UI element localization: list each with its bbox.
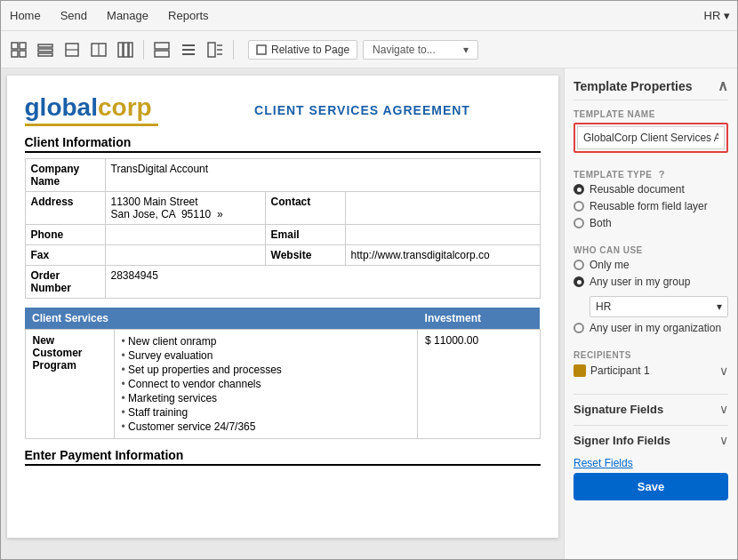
value-email bbox=[345, 225, 540, 245]
label-fax: Fax bbox=[25, 245, 105, 266]
label-website: Website bbox=[265, 245, 345, 266]
svg-rect-14 bbox=[155, 43, 169, 49]
menu-reports[interactable]: Reports bbox=[166, 5, 211, 26]
radio-both[interactable]: Both bbox=[574, 217, 728, 229]
table-row: Company Name TransDigital Account bbox=[25, 159, 540, 192]
label-email: Email bbox=[265, 225, 345, 245]
toolbar-icon-2[interactable] bbox=[35, 39, 56, 60]
who-can-use-section: WHO CAN USE Only me Any user in my group… bbox=[574, 245, 728, 334]
logo-area: globalcorp bbox=[25, 93, 185, 126]
template-type-info-icon[interactable]: ? bbox=[659, 169, 665, 180]
radio-only-me[interactable]: Only me bbox=[574, 259, 728, 271]
doc-header: globalcorp CLIENT SERVICES AGREEMENT bbox=[25, 93, 541, 126]
svg-rect-0 bbox=[12, 43, 18, 49]
client-info-heading: Client Information bbox=[25, 135, 541, 153]
service-row-label: New CustomerProgram bbox=[25, 330, 114, 439]
radio-my-group-dot bbox=[574, 276, 584, 287]
list-item: Survey evaluation bbox=[122, 348, 411, 363]
info-table: Company Name TransDigital Account Addres… bbox=[25, 158, 541, 299]
navigate-dropdown[interactable]: Navigate to... ▾ bbox=[363, 40, 478, 60]
user-menu[interactable]: HR ▾ bbox=[704, 9, 730, 22]
participant-name: Participant 1 bbox=[590, 364, 650, 377]
services-header: Client Services Investment bbox=[25, 308, 540, 330]
toolbar-icon-1[interactable] bbox=[8, 39, 29, 60]
signature-fields-section: Signature Fields ∨ bbox=[574, 394, 728, 416]
toolbar-icon-6[interactable] bbox=[151, 39, 172, 60]
value-phone bbox=[105, 225, 265, 245]
reset-save-section: Reset Fields Save bbox=[574, 456, 728, 500]
relative-page-button[interactable]: Relative to Page bbox=[248, 40, 357, 60]
menu-manage[interactable]: Manage bbox=[105, 5, 150, 26]
service-list: New client onramp Survey evaluation Set … bbox=[114, 330, 418, 439]
label-company: Company Name bbox=[25, 159, 105, 192]
toolbar-icon-4[interactable] bbox=[88, 39, 109, 60]
toolbar-icon-7[interactable] bbox=[178, 39, 199, 60]
participant-color-badge bbox=[574, 364, 586, 377]
logo-underline bbox=[25, 124, 158, 126]
template-type-radio-group: Reusable document Reusable form field la… bbox=[574, 183, 728, 229]
panel-collapse-icon[interactable]: ∧ bbox=[718, 77, 728, 94]
toolbar-sep-2 bbox=[233, 40, 234, 60]
label-contact: Contact bbox=[265, 192, 345, 225]
menu-send[interactable]: Send bbox=[59, 5, 89, 26]
svg-rect-23 bbox=[257, 45, 266, 54]
document: globalcorp CLIENT SERVICES AGREEMENT Cli… bbox=[7, 76, 558, 538]
table-row: Order Number 28384945 bbox=[25, 266, 540, 299]
dropdown-chevron-icon: ▾ bbox=[717, 300, 722, 313]
list-item: Connect to vendor channels bbox=[122, 377, 411, 391]
svg-rect-19 bbox=[208, 43, 215, 57]
toolbar-icon-8[interactable] bbox=[205, 39, 226, 60]
table-row: Address 11300 Main StreetSan Jose, CA 95… bbox=[25, 192, 540, 225]
list-item: Marketing services bbox=[122, 391, 411, 405]
group-dropdown[interactable]: HR ▾ bbox=[590, 296, 728, 317]
logo-corp: corp bbox=[98, 93, 152, 121]
value-company: TransDigital Account bbox=[105, 159, 540, 192]
template-type-section: TEMPLATE TYPE ? Reusable document Reusab… bbox=[574, 169, 728, 229]
radio-dot-filled bbox=[574, 184, 584, 195]
toolbar-icon-3[interactable] bbox=[61, 39, 83, 60]
radio-dot-empty-2 bbox=[574, 218, 584, 228]
services-col2: Investment bbox=[418, 308, 540, 330]
signer-info-section: Signer Info Fields ∨ bbox=[574, 425, 728, 447]
list-item: New client onramp bbox=[122, 334, 411, 348]
template-name-input[interactable] bbox=[577, 126, 725, 149]
signer-info-label: Signer Info Fields bbox=[574, 434, 670, 447]
logo-text: globalcorp bbox=[25, 93, 185, 122]
radio-form-field[interactable]: Reusable form field layer bbox=[574, 200, 728, 212]
radio-my-group[interactable]: Any user in my group bbox=[574, 276, 728, 288]
services-col1: Client Services bbox=[25, 308, 418, 330]
template-name-box bbox=[574, 123, 728, 153]
label-phone: Phone bbox=[25, 225, 105, 245]
participant-expand-icon[interactable]: ∨ bbox=[719, 364, 728, 378]
main-area: globalcorp CLIENT SERVICES AGREEMENT Cli… bbox=[1, 68, 737, 559]
value-address: 11300 Main StreetSan Jose, CA 95110 » bbox=[105, 192, 265, 225]
svg-rect-15 bbox=[155, 51, 169, 57]
menu-items: Home Send Manage Reports bbox=[8, 5, 211, 26]
recipients-section: RECIPIENTS Participant 1 ∨ bbox=[574, 350, 728, 378]
save-button[interactable]: Save bbox=[574, 473, 728, 500]
right-panel: Template Properties ∧ TEMPLATE NAME TEMP… bbox=[564, 68, 737, 559]
toolbar-icon-5[interactable] bbox=[115, 39, 136, 60]
radio-my-org[interactable]: Any user in my organization bbox=[574, 322, 728, 334]
table-row: Phone Email bbox=[25, 225, 540, 245]
signature-fields-expand-icon[interactable]: ∨ bbox=[719, 402, 728, 416]
participant-badge: Participant 1 bbox=[574, 364, 650, 377]
svg-rect-4 bbox=[38, 44, 52, 47]
label-address: Address bbox=[25, 192, 105, 225]
list-item: Set up properties and processes bbox=[122, 363, 411, 377]
reset-fields-link[interactable]: Reset Fields bbox=[574, 457, 633, 469]
who-can-use-radio-group: Only me Any user in my group HR ▾ Any us… bbox=[574, 259, 728, 334]
signer-info-expand-icon[interactable]: ∨ bbox=[719, 433, 728, 447]
radio-only-me-dot bbox=[574, 260, 584, 270]
svg-rect-6 bbox=[38, 53, 52, 56]
label-order: Order Number bbox=[25, 266, 105, 299]
value-order: 28384945 bbox=[105, 266, 540, 299]
services-list: New client onramp Survey evaluation Set … bbox=[122, 334, 411, 434]
recipients-label: RECIPIENTS bbox=[574, 350, 728, 360]
radio-my-org-dot bbox=[574, 323, 584, 333]
template-name-label: TEMPLATE NAME bbox=[574, 109, 728, 119]
radio-reusable-doc[interactable]: Reusable document bbox=[574, 183, 728, 196]
value-website: http://www.transdigitalcorp.co bbox=[345, 245, 540, 266]
toolbar-sep-1 bbox=[143, 40, 144, 60]
menu-home[interactable]: Home bbox=[8, 5, 43, 26]
